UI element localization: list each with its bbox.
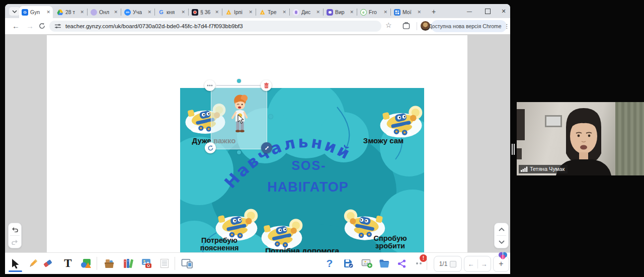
new-tab-button[interactable]: + <box>429 7 439 17</box>
tab-close-icon[interactable]: ✕ <box>46 10 50 15</box>
tab-drive[interactable]: 28 т ✕ <box>54 6 87 18</box>
board-image[interactable]: Дуже важко Зможу сам Потребую пояснення … <box>180 88 424 260</box>
present-mode-tool[interactable] <box>180 256 195 271</box>
restore-button[interactable] <box>480 4 495 18</box>
next-page-button[interactable]: → <box>478 260 491 268</box>
tab-separator <box>188 9 189 16</box>
minimize-button[interactable]: — <box>462 4 477 18</box>
tab-zoom[interactable]: zm Уча ✕ <box>122 6 154 18</box>
ellipsis-icon <box>207 84 213 86</box>
open-folder-button[interactable] <box>377 256 392 271</box>
tab-label: 28 т <box>65 9 75 15</box>
google-favicon: G <box>158 9 165 16</box>
tab-close-icon[interactable]: ✕ <box>417 10 421 15</box>
chrome-update-label: Доступна нова версія Chrome <box>428 23 501 29</box>
alert-bell-favicon <box>225 9 232 16</box>
tab-separator <box>154 9 155 16</box>
tab-close-icon[interactable]: ✕ <box>350 10 354 15</box>
prev-page-button[interactable]: ← <box>465 260 477 268</box>
tab-virtual[interactable]: Вир ✕ <box>324 6 356 18</box>
selection-handle-right[interactable] <box>269 115 273 119</box>
worksheet-tool[interactable] <box>157 256 172 271</box>
rotate-button[interactable] <box>205 142 216 153</box>
screens-icon <box>181 258 193 268</box>
tab-close-icon[interactable]: ✕ <box>114 10 118 15</box>
selection-handle-bottom[interactable] <box>237 150 241 154</box>
tab-close-icon[interactable]: ✕ <box>147 10 151 15</box>
tab-separator <box>222 9 222 16</box>
tab-label: § 36 <box>200 9 210 15</box>
tab-separator <box>121 9 121 16</box>
folder-icon <box>379 259 390 268</box>
scroll-up-button[interactable] <box>499 223 505 235</box>
undo-button[interactable] <box>12 223 18 235</box>
text-tool[interactable]: T <box>60 256 75 271</box>
tab-search-button[interactable] <box>9 7 20 16</box>
redo-button[interactable] <box>12 236 18 248</box>
pencil-tool[interactable] <box>26 256 41 271</box>
tab-close-icon[interactable]: ✕ <box>181 10 185 15</box>
help-button[interactable]: ? <box>322 256 337 271</box>
reload-button[interactable] <box>38 22 46 32</box>
bookmark-star-icon[interactable]: ☆ <box>385 21 392 29</box>
add-slide-button[interactable] <box>359 256 374 271</box>
tab-close-icon[interactable]: ✕ <box>215 10 219 15</box>
shapes-tool[interactable] <box>78 256 94 271</box>
library-tool[interactable] <box>121 256 136 271</box>
tab-separator <box>390 9 391 16</box>
brain-icon[interactable] <box>498 251 508 260</box>
media-tool[interactable] <box>139 256 154 271</box>
forward-button[interactable]: → <box>26 22 34 30</box>
resize-icon <box>264 145 270 151</box>
tab-moi[interactable]: Мої ✕ <box>391 6 424 18</box>
back-button[interactable]: ← <box>12 22 20 30</box>
resize-handle[interactable] <box>261 142 272 153</box>
share-button[interactable] <box>394 256 409 271</box>
mouse-cursor <box>237 114 245 124</box>
omnibox[interactable]: teacher.gynzy.com/uk/board/0730a02d-bde0… <box>49 21 381 32</box>
selection-handle-top[interactable] <box>237 79 241 83</box>
browser-menu-icon[interactable]: ⋮ <box>504 23 510 30</box>
chevron-up-icon <box>499 228 505 231</box>
tab-dystant[interactable]: Дис ✕ <box>290 6 323 18</box>
save-button[interactable] <box>341 256 356 271</box>
url-text: teacher.gynzy.com/uk/board/0730a02d-bde0… <box>65 23 243 29</box>
notifications-button[interactable]: ! <box>412 256 427 271</box>
panel-resize-handle[interactable] <box>514 144 515 155</box>
toybox-tool[interactable] <box>102 256 117 271</box>
tab-google[interactable]: G кня ✕ <box>155 6 188 18</box>
chrome-update-button[interactable]: Доступна нова версія Chrome ⋮ <box>431 20 507 32</box>
side-panel-icon[interactable] <box>403 22 410 32</box>
tab-irpin[interactable]: Ірпі ✕ <box>223 6 255 18</box>
select-tool[interactable] <box>8 256 23 271</box>
chevron-down-icon <box>499 240 505 244</box>
tab-trening[interactable]: Тре ✕ <box>257 6 289 18</box>
tab-close-icon[interactable]: ✕ <box>282 10 286 15</box>
tab-close-icon[interactable]: ✕ <box>80 10 84 15</box>
tab-document[interactable]: § 36 ✕ <box>189 6 221 18</box>
delete-button[interactable] <box>261 80 272 91</box>
chevron-down-icon <box>12 10 17 13</box>
tab-close-icon[interactable]: ✕ <box>383 10 387 15</box>
tab-close-icon[interactable]: ✕ <box>249 10 253 15</box>
close-window-button[interactable]: ✕ <box>497 4 510 18</box>
more-options-button[interactable] <box>204 80 215 91</box>
tab-label: Мої <box>403 9 412 15</box>
scroll-buttons-group <box>494 223 509 248</box>
toolbar-divider <box>175 257 175 270</box>
page-indicator-button[interactable]: 1/1 <box>434 256 462 272</box>
tab-close-icon[interactable]: ✕ <box>316 10 320 15</box>
panel-resize-handle[interactable] <box>512 144 513 155</box>
board-toolbar: T ? <box>5 252 510 274</box>
page-thumb-icon <box>450 261 456 267</box>
page-indicator-label: 1/1 <box>439 260 448 267</box>
eraser-tool[interactable] <box>40 256 55 271</box>
signal-bars-icon <box>521 166 528 172</box>
board-title-sos: SOS- <box>284 158 334 173</box>
tab-online[interactable]: Онл ✕ <box>88 6 120 18</box>
tab-froggy[interactable]: e Fro ✕ <box>358 6 390 18</box>
tab-gynzy[interactable]: G Gyn ✕ <box>19 6 53 18</box>
wardrobe <box>517 109 525 140</box>
scroll-down-button[interactable] <box>499 236 505 248</box>
webcam-video[interactable]: Тетяна Чумак <box>517 102 644 175</box>
